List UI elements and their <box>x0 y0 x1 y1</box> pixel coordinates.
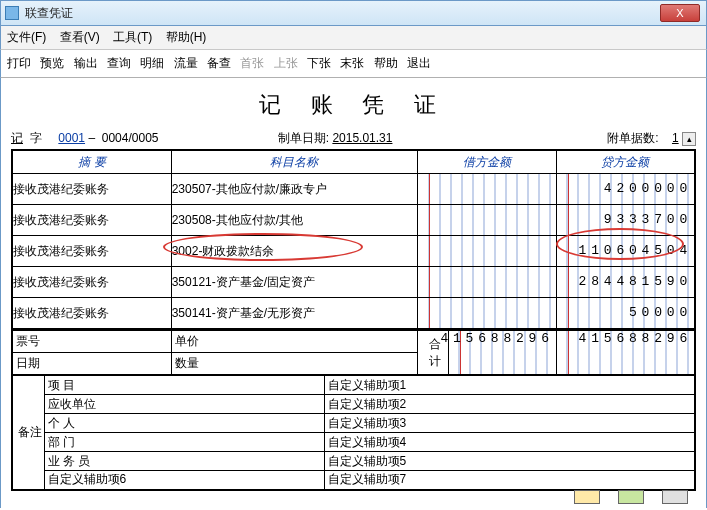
footer-icon[interactable] <box>618 490 644 504</box>
table-row: 接收茂港纪委账务 230508-其他应付款/其他 9333700 <box>12 205 695 236</box>
cell-debit[interactable] <box>418 298 557 330</box>
zi-label: 字 <box>30 131 42 145</box>
cell-summary[interactable]: 接收茂港纪委账务 <box>12 205 171 236</box>
cell-credit[interactable]: 9333700 <box>556 205 695 236</box>
menu-tool[interactable]: 工具(T) <box>113 30 152 44</box>
credit-total: 415688296 <box>556 331 695 375</box>
close-button[interactable]: X <box>660 4 700 22</box>
th-credit: 贷方金额 <box>556 150 695 174</box>
cell-summary[interactable]: 接收茂港纪委账务 <box>12 236 171 267</box>
foot-right: 自定义辅助项7 <box>324 471 695 490</box>
th-debit: 借方金额 <box>418 150 557 174</box>
cell-credit[interactable]: 110604504 <box>556 236 695 267</box>
attach-value: 1 <box>672 131 679 145</box>
table-row: 接收茂港纪委账务 230507-其他应付款/廉政专户 4200000 <box>12 174 695 205</box>
foot-left: 自定义辅助项6 <box>44 471 324 490</box>
footer-icon[interactable] <box>662 490 688 504</box>
th-summary: 摘 要 <box>12 150 171 174</box>
foot-left: 应收单位 <box>44 395 324 414</box>
cell-credit[interactable]: 4200000 <box>556 174 695 205</box>
tool-print[interactable]: 打印 <box>7 56 31 70</box>
qty-label: 数量 <box>171 353 417 375</box>
seq2: 0004/0005 <box>102 131 159 145</box>
app-icon <box>5 6 19 20</box>
seq-sep: – <box>88 131 95 145</box>
date-label: 制单日期: <box>278 131 329 145</box>
cell-subject[interactable]: 3002-财政拨款结余 <box>171 236 417 267</box>
foot-right: 自定义辅助项1 <box>324 376 695 395</box>
foot-left: 项 目 <box>44 376 324 395</box>
tool-first: 首张 <box>240 56 264 70</box>
doc-header: 记 字 0001 – 0004/0005 制单日期: 2015.01.31 附单… <box>11 130 696 147</box>
cell-credit[interactable]: 50000 <box>556 298 695 330</box>
th-subject: 科目名称 <box>171 150 417 174</box>
remark-label: 备注 <box>12 376 44 490</box>
tool-help[interactable]: 帮助 <box>374 56 398 70</box>
cell-subject[interactable]: 230507-其他应付款/廉政专户 <box>171 174 417 205</box>
price-label: 单价 <box>171 331 417 353</box>
window-title: 联查凭证 <box>25 5 73 22</box>
cell-subject[interactable]: 350121-资产基金/固定资产 <box>171 267 417 298</box>
cell-subject[interactable]: 350141-资产基金/无形资产 <box>171 298 417 330</box>
menu-view[interactable]: 查看(V) <box>60 30 100 44</box>
voucher-page: 记 账 凭 证 记 字 0001 – 0004/0005 制单日期: 2015.… <box>0 78 707 508</box>
tool-exit[interactable]: 退出 <box>407 56 431 70</box>
footer-icons <box>574 490 688 504</box>
foot-right: 自定义辅助项5 <box>324 452 695 471</box>
tool-flow[interactable]: 流量 <box>174 56 198 70</box>
tool-output[interactable]: 输出 <box>74 56 98 70</box>
title-bar: 联查凭证 X <box>0 0 707 26</box>
cell-debit[interactable] <box>418 205 557 236</box>
seq1: 0001 <box>58 131 85 145</box>
foot-right: 自定义辅助项4 <box>324 433 695 452</box>
menu-help[interactable]: 帮助(H) <box>166 30 207 44</box>
table-row: 接收茂港纪委账务 3002-财政拨款结余 110604504 <box>12 236 695 267</box>
date-row-label: 日期 <box>12 353 171 375</box>
voucher-table: 摘 要 科目名称 借方金额 贷方金额 接收茂港纪委账务 230507-其他应付款… <box>11 149 696 330</box>
tool-next[interactable]: 下张 <box>307 56 331 70</box>
tool-preview[interactable]: 预览 <box>40 56 64 70</box>
table-row: 接收茂港纪委账务 350121-资产基金/固定资产 284481590 <box>12 267 695 298</box>
ji-label: 记 <box>11 131 23 145</box>
cell-summary[interactable]: 接收茂港纪委账务 <box>12 298 171 330</box>
cell-debit[interactable] <box>418 174 557 205</box>
tool-prev: 上张 <box>274 56 298 70</box>
toolbar: 打印 预览 输出 查询 明细 流量 备查 首张 上张 下张 末张 帮助 退出 <box>0 50 707 78</box>
foot-left: 个 人 <box>44 414 324 433</box>
tool-last[interactable]: 末张 <box>340 56 364 70</box>
attach-label: 附单据数: <box>607 131 658 145</box>
sub-table: 票号 单价 合 计 415688296 415688296 日期 数量 <box>11 330 696 375</box>
debit-total: 415688296 <box>448 331 556 375</box>
tool-note[interactable]: 备查 <box>207 56 231 70</box>
menu-file[interactable]: 文件(F) <box>7 30 46 44</box>
cell-debit[interactable] <box>418 267 557 298</box>
footer-icon[interactable] <box>574 490 600 504</box>
foot-left: 部 门 <box>44 433 324 452</box>
menu-bar: 文件(F) 查看(V) 工具(T) 帮助(H) <box>0 26 707 50</box>
cell-subject[interactable]: 230508-其他应付款/其他 <box>171 205 417 236</box>
foot-right: 自定义辅助项2 <box>324 395 695 414</box>
table-row: 接收茂港纪委账务 350141-资产基金/无形资产 50000 <box>12 298 695 330</box>
date-value: 2015.01.31 <box>332 131 392 145</box>
tool-query[interactable]: 查询 <box>107 56 131 70</box>
cell-debit[interactable] <box>418 236 557 267</box>
ticket-label: 票号 <box>12 331 171 353</box>
cell-summary[interactable]: 接收茂港纪委账务 <box>12 174 171 205</box>
doc-title: 记 账 凭 证 <box>11 90 696 120</box>
cell-credit[interactable]: 284481590 <box>556 267 695 298</box>
foot-left: 业 务 员 <box>44 452 324 471</box>
remark-table: 备注 项 目 自定义辅助项1 应收单位自定义辅助项2 个 人自定义辅助项3 部 … <box>11 375 696 491</box>
foot-right: 自定义辅助项3 <box>324 414 695 433</box>
cell-summary[interactable]: 接收茂港纪委账务 <box>12 267 171 298</box>
attach-spinner[interactable]: ▴ <box>682 132 696 146</box>
tool-detail[interactable]: 明细 <box>140 56 164 70</box>
